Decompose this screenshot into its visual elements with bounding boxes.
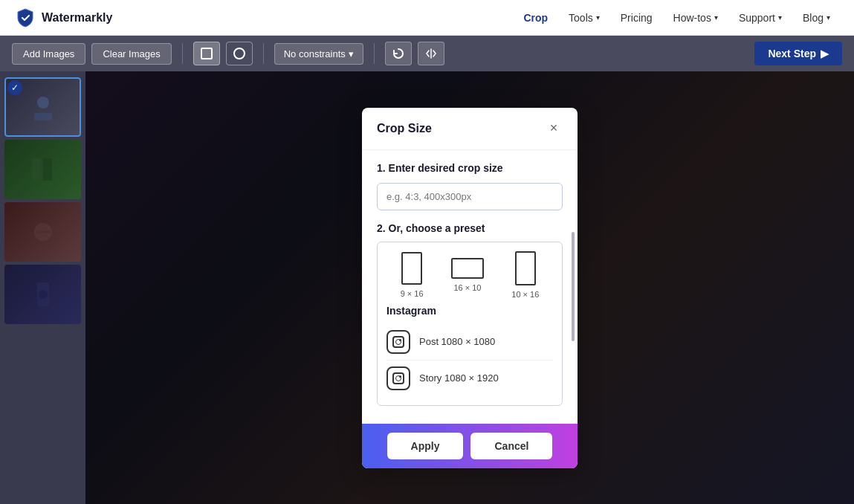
thumbnail-4[interactable] [4, 265, 81, 324]
cancel-button[interactable]: Cancel [470, 433, 552, 459]
rotate-button[interactable] [385, 42, 412, 65]
preset-shapes-box: 9 × 16 16 × 10 10 × 16 [377, 242, 563, 406]
modal-title: Crop Size [377, 122, 432, 135]
svg-rect-5 [43, 158, 52, 181]
instagram-post-icon [386, 330, 410, 354]
svg-rect-0 [201, 48, 212, 59]
flip-button[interactable] [418, 42, 444, 65]
instagram-story-label: Story 1080 × 1920 [419, 372, 499, 384]
preset-9x16-label: 9 × 16 [401, 289, 424, 298]
tools-chevron-icon: ▾ [596, 13, 600, 22]
constraint-chevron-icon: ▾ [349, 48, 354, 59]
toolbar-divider-2 [263, 43, 264, 64]
svg-point-2 [37, 97, 49, 109]
main-area: ✓ [0, 71, 854, 504]
thumbnail-3[interactable] [4, 202, 81, 262]
instagram-post-item[interactable]: Post 1080 × 1080 [386, 324, 553, 361]
canvas-area: Crop Size × 1. Enter desired crop size 2… [85, 71, 854, 504]
constraint-button[interactable]: No constraints ▾ [274, 43, 363, 65]
toolbar-divider-1 [182, 43, 183, 64]
nav-blog[interactable]: Blog ▾ [794, 7, 839, 28]
nav-tools[interactable]: Tools ▾ [560, 7, 609, 28]
toolbar: Add Images Clear Images No constraints ▾… [0, 36, 854, 71]
modal-body[interactable]: 1. Enter desired crop size 2. Or, choose… [362, 150, 578, 424]
preset-10x16-label: 10 × 16 [511, 290, 539, 299]
instagram-post-label: Post 1080 × 1080 [419, 336, 495, 347]
support-chevron-icon: ▾ [778, 13, 782, 22]
toolbar-divider-3 [374, 43, 375, 64]
preset-10x16[interactable]: 10 × 16 [511, 251, 539, 299]
portrait-shape-icon [401, 252, 422, 285]
circle-icon [233, 47, 246, 60]
step1-label: 1. Enter desired crop size [377, 162, 563, 174]
next-step-button[interactable]: Next Step ▶ [754, 42, 842, 65]
flip-icon [425, 48, 437, 59]
nav-support[interactable]: Support ▾ [730, 7, 791, 28]
scrollbar-indicator[interactable] [572, 232, 575, 341]
svg-rect-7 [36, 230, 51, 233]
clear-images-button[interactable]: Clear Images [91, 43, 171, 65]
nav-pricing[interactable]: Pricing [612, 7, 661, 28]
preset-16x10-label: 16 × 10 [453, 283, 481, 292]
svg-rect-4 [32, 158, 41, 181]
next-step-arrow-icon: ▶ [821, 48, 829, 59]
instagram-title: Instagram [386, 305, 553, 317]
instagram-story-item[interactable]: Story 1080 × 1920 [386, 361, 553, 396]
apply-button[interactable]: Apply [387, 433, 464, 459]
crop-size-input[interactable] [377, 183, 563, 210]
crop-size-modal: Crop Size × 1. Enter desired crop size 2… [362, 108, 578, 468]
svg-rect-3 [34, 113, 52, 120]
nav-how-tos[interactable]: How-tos ▾ [664, 7, 727, 28]
add-images-button[interactable]: Add Images [12, 43, 85, 65]
rotate-icon [392, 48, 404, 59]
step2-label: 2. Or, choose a preset [377, 222, 563, 234]
landscape-shape-icon [451, 258, 484, 279]
modal-header: Crop Size × [362, 108, 578, 150]
thumbnail-1-check: ✓ [7, 80, 22, 95]
sidebar: ✓ [0, 71, 85, 504]
app-logo[interactable]: Watermarkly [15, 7, 112, 28]
nav-links: Crop Tools ▾ Pricing How-tos ▾ Support ▾… [514, 7, 839, 28]
thumbnail-1[interactable]: ✓ [4, 77, 81, 137]
circle-shape-button[interactable] [226, 42, 253, 65]
modal-footer: Apply Cancel [362, 424, 578, 468]
blog-chevron-icon: ▾ [826, 13, 830, 22]
navbar: Watermarkly Crop Tools ▾ Pricing How-tos… [0, 0, 854, 36]
instagram-story-icon [386, 366, 410, 390]
svg-point-9 [39, 290, 48, 299]
preset-shapes-row: 9 × 16 16 × 10 10 × 16 [386, 251, 553, 299]
rect-icon [200, 47, 213, 60]
shield-icon [15, 7, 36, 28]
tall-shape-icon [515, 251, 536, 285]
modal-close-button[interactable]: × [545, 120, 563, 138]
modal-overlay: Crop Size × 1. Enter desired crop size 2… [85, 71, 854, 504]
thumbnail-2[interactable] [4, 140, 81, 199]
how-tos-chevron-icon: ▾ [714, 13, 718, 22]
nav-crop[interactable]: Crop [514, 7, 557, 28]
rect-shape-button[interactable] [193, 42, 220, 65]
preset-9x16[interactable]: 9 × 16 [401, 252, 424, 298]
preset-16x10[interactable]: 16 × 10 [451, 258, 484, 292]
svg-point-1 [234, 48, 245, 59]
